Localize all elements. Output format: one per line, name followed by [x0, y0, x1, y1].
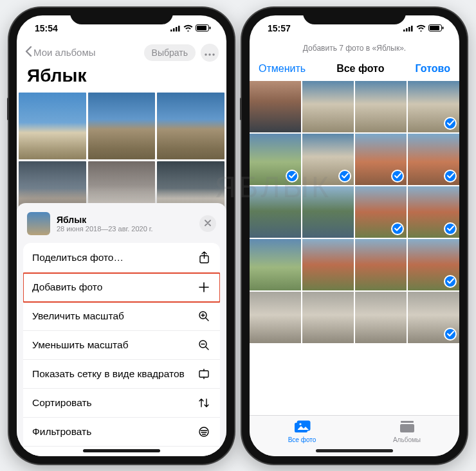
- svg-rect-5: [197, 26, 206, 30]
- svg-point-9: [212, 53, 214, 55]
- notch: [303, 8, 406, 24]
- tab-albums[interactable]: Альбомы: [354, 416, 459, 449]
- photo-picker-grid: [250, 81, 459, 415]
- menu-label: Поделиться фото…: [32, 252, 124, 263]
- menu-filter[interactable]: Фильтровать: [23, 418, 220, 447]
- home-indicator[interactable]: [316, 449, 393, 452]
- status-indicators: [170, 24, 211, 31]
- back-label: Мои альбомы: [33, 47, 96, 58]
- sheet-menu: Поделиться фото… Добавить фото Увеличить…: [23, 243, 220, 456]
- status-time: 15:57: [268, 23, 291, 33]
- photo-thumb[interactable]: [157, 93, 224, 160]
- svg-point-14: [199, 427, 208, 436]
- menu-label: Сортировать: [32, 397, 92, 409]
- menu-label: Показать сетку в виде квадратов: [32, 368, 185, 380]
- picker-photo[interactable]: [408, 134, 459, 185]
- sheet-close-button[interactable]: [199, 215, 216, 232]
- svg-rect-16: [406, 28, 408, 31]
- back-button[interactable]: Мои альбомы: [24, 46, 96, 59]
- nav-row: Мои альбомы Выбрать: [17, 41, 226, 64]
- selected-check-icon: [444, 275, 457, 288]
- plus-icon: [197, 281, 211, 293]
- action-sheet: Яблык 28 июня 2018—23 авг. 2020 г. Подел…: [17, 203, 226, 456]
- picker-photo[interactable]: [302, 239, 354, 290]
- select-button[interactable]: Выбрать: [144, 44, 196, 61]
- svg-point-8: [208, 53, 210, 55]
- picker-photo[interactable]: [408, 292, 459, 343]
- status-time: 15:54: [35, 23, 58, 33]
- album-title: Яблык: [17, 64, 226, 93]
- sheet-subtitle: 28 июня 2018—23 авг. 2020 г.: [57, 225, 193, 233]
- tab-all-photos[interactable]: Все фото: [250, 416, 354, 449]
- sheet-title: Яблык: [57, 215, 193, 225]
- picker-photo[interactable]: [250, 81, 301, 132]
- wifi-icon: [416, 24, 426, 31]
- menu-label: Фильтровать: [32, 426, 91, 438]
- picker-photo[interactable]: [355, 292, 407, 343]
- svg-rect-15: [403, 30, 405, 31]
- picker-photo[interactable]: [302, 81, 354, 132]
- phone-left: 15:54 Мои альбомы Выбр: [9, 8, 234, 464]
- picker-photo[interactable]: [355, 239, 407, 290]
- svg-rect-0: [170, 30, 172, 31]
- menu-label: Добавить фото: [32, 281, 102, 293]
- picker-photo[interactable]: [250, 292, 301, 343]
- status-indicators: [403, 24, 444, 31]
- screen-left: 15:54 Мои альбомы Выбр: [17, 15, 226, 456]
- picker-photo[interactable]: [302, 134, 354, 185]
- cellular-icon: [403, 25, 414, 31]
- svg-point-25: [299, 423, 301, 425]
- svg-point-7: [205, 53, 206, 55]
- selected-check-icon: [286, 170, 298, 182]
- share-icon: [197, 251, 211, 264]
- svg-rect-18: [411, 26, 413, 31]
- menu-sort[interactable]: Сортировать: [23, 389, 220, 418]
- battery-icon: [196, 24, 211, 31]
- picker-photo[interactable]: [408, 186, 459, 238]
- picker-toolbar: Отменить Все фото Готово: [250, 59, 459, 81]
- picker-photo[interactable]: [250, 134, 301, 185]
- menu-share[interactable]: Поделиться фото…: [23, 243, 220, 273]
- photo-thumb[interactable]: [19, 93, 86, 160]
- menu-add-photo[interactable]: Добавить фото: [23, 273, 220, 302]
- picker-subtitle: Добавить 7 фото в «Яблык».: [250, 41, 459, 59]
- svg-rect-21: [443, 27, 444, 30]
- svg-rect-27: [400, 424, 414, 432]
- menu-square-grid[interactable]: Показать сетку в виде квадратов: [23, 360, 220, 389]
- selected-check-icon: [391, 222, 404, 235]
- home-indicator[interactable]: [83, 449, 160, 452]
- zoom-in-icon: [197, 310, 211, 322]
- picker-photo[interactable]: [302, 292, 354, 343]
- cancel-button[interactable]: Отменить: [259, 63, 306, 75]
- menu-zoom-in[interactable]: Увеличить масштаб: [23, 302, 220, 331]
- svg-rect-3: [178, 26, 180, 31]
- photos-stack-icon: [294, 420, 311, 434]
- menu-label: Увеличить масштаб: [32, 310, 124, 322]
- close-icon: [205, 218, 211, 228]
- selected-check-icon: [338, 170, 351, 182]
- sort-icon: [197, 397, 211, 409]
- menu-label: Уменьшить масштаб: [32, 339, 129, 351]
- picker-photo[interactable]: [408, 81, 459, 132]
- picker-photo[interactable]: [355, 134, 407, 185]
- notch: [70, 8, 173, 24]
- picker-photo[interactable]: [250, 239, 301, 290]
- photo-thumb[interactable]: [88, 93, 156, 160]
- svg-rect-2: [176, 27, 178, 31]
- ellipsis-icon: [205, 47, 215, 58]
- filter-icon: [197, 426, 211, 438]
- more-button[interactable]: [201, 44, 219, 62]
- picker-photo[interactable]: [250, 186, 301, 238]
- tab-label: Все фото: [288, 436, 316, 443]
- done-button[interactable]: Готово: [416, 63, 450, 75]
- zoom-out-icon: [197, 339, 211, 351]
- picker-photo[interactable]: [355, 186, 407, 238]
- picker-photo[interactable]: [408, 239, 459, 290]
- svg-rect-13: [199, 371, 208, 377]
- menu-zoom-out[interactable]: Уменьшить масштаб: [23, 331, 220, 360]
- picker-photo[interactable]: [355, 81, 407, 132]
- selected-check-icon: [444, 170, 457, 182]
- selected-check-icon: [444, 328, 457, 341]
- picker-photo[interactable]: [302, 186, 354, 238]
- svg-rect-26: [401, 421, 414, 423]
